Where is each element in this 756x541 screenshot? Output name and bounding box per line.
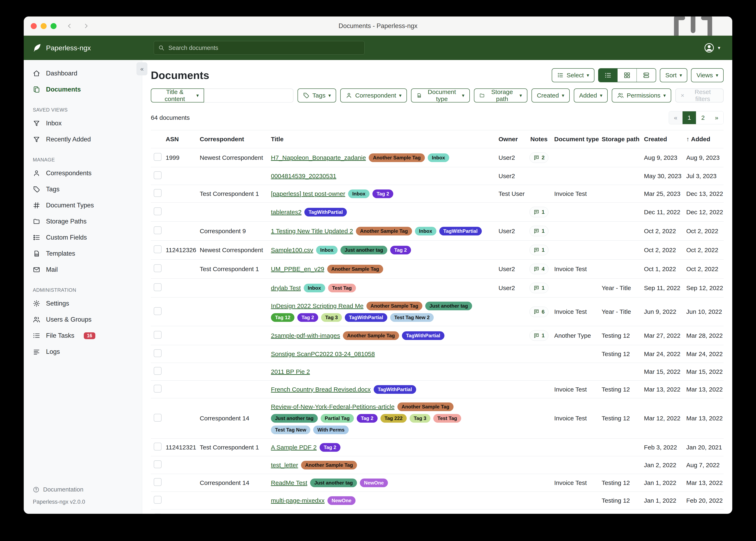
header-storage-path[interactable]: Storage path [599, 130, 641, 148]
document-link[interactable]: UM_PPBE_en_v29 [271, 266, 324, 272]
notes-button[interactable]: 1 [529, 283, 548, 293]
row-checkbox[interactable] [154, 460, 162, 468]
row-checkbox[interactable] [154, 414, 162, 422]
tag-pill[interactable]: Inbox [316, 246, 338, 255]
tag-pill[interactable]: Tag 3 [410, 414, 430, 423]
tag-pill[interactable]: Partial Tag [321, 414, 354, 423]
list-view-button[interactable] [599, 69, 618, 82]
document-link[interactable]: tablerates2 [271, 209, 301, 216]
tag-pill[interactable]: Test Tag [433, 414, 461, 423]
select-button[interactable]: Select▾ [552, 68, 594, 82]
header-document-type[interactable]: Document type [551, 130, 599, 148]
header-owner[interactable]: Owner [496, 130, 527, 148]
tag-pill[interactable]: Just another tag [271, 414, 318, 423]
row-checkbox[interactable] [154, 349, 162, 357]
document-link[interactable]: 0004814539_20230531 [271, 173, 336, 180]
sidebar-item-documents[interactable]: Documents [24, 81, 142, 98]
tag-pill[interactable]: Test Tag New [271, 425, 310, 434]
tag-pill[interactable]: Tag 3 [321, 313, 342, 322]
tag-pill[interactable]: Inbox [415, 227, 436, 236]
document-link[interactable]: French Country Bread Revised.docx [271, 386, 371, 393]
row-checkbox[interactable] [154, 443, 162, 450]
tag-pill[interactable]: Test Tag New 2 [390, 313, 434, 322]
sidebar-item-users-groups[interactable]: Users & Groups [24, 311, 142, 327]
document-link[interactable]: 2sample-pdf-with-images [271, 332, 340, 339]
document-link[interactable]: drylab Test [271, 284, 301, 291]
tag-pill[interactable]: Inbox [304, 284, 325, 292]
views-button[interactable]: Views▾ [691, 68, 724, 82]
tag-pill[interactable]: Tag 2 [297, 313, 318, 322]
filter-tags-button[interactable]: Tags▾ [298, 89, 336, 103]
title-content-dropdown[interactable]: Title & content▾ [151, 89, 204, 103]
tag-pill[interactable]: NewOne [327, 496, 356, 505]
row-checkbox[interactable] [154, 367, 162, 375]
tag-pill[interactable]: Inbox [348, 190, 370, 198]
document-link[interactable]: A Sample PDF 2 [271, 444, 317, 451]
forward-icon[interactable] [83, 22, 90, 30]
sidebar-item-tags[interactable]: Tags [24, 181, 142, 197]
document-link[interactable]: multi-page-mixedxx [271, 497, 325, 504]
filter-permissions-button[interactable]: Permissions▾ [612, 89, 671, 103]
notes-button[interactable]: 1 [529, 330, 548, 341]
document-link[interactable]: 1 Testing New Title Updated 2 [271, 228, 353, 235]
sidebar-item-inbox[interactable]: Inbox [24, 115, 142, 131]
sidebar-item-recently-added[interactable]: Recently Added [24, 131, 142, 148]
sidebar-item-templates[interactable]: Templates [24, 246, 142, 262]
header-asn[interactable]: ASN [163, 130, 197, 148]
sidebar-item-logs[interactable]: Logs [24, 344, 142, 360]
document-link[interactable]: test_letter [271, 462, 298, 469]
title-content-input[interactable] [204, 89, 293, 103]
pagination-page-2[interactable]: 2 [696, 111, 710, 124]
sidebar-item-document-types[interactable]: Document Types [24, 197, 142, 214]
row-checkbox[interactable] [154, 478, 162, 486]
tag-pill[interactable]: Tag 2 [357, 414, 378, 423]
tag-pill[interactable]: TagWithPartial [345, 313, 387, 322]
sidebar-item-settings[interactable]: Settings [24, 295, 142, 311]
tag-pill[interactable]: Tag 222 [380, 414, 407, 423]
sidebar-item-correspondents[interactable]: Correspondents [24, 165, 142, 181]
notes-button[interactable]: 1 [529, 245, 548, 255]
pagination-prev[interactable]: « [669, 111, 683, 124]
row-checkbox[interactable] [154, 189, 162, 197]
row-checkbox[interactable] [154, 227, 162, 234]
header-created[interactable]: Created [641, 130, 683, 148]
reset-filters-button[interactable]: × Reset filters [675, 89, 724, 103]
document-link[interactable]: Review-of-New-York-Federal-Petitions-art… [271, 403, 395, 410]
filter-correspondent-button[interactable]: Correspondent▾ [340, 89, 407, 103]
tag-pill[interactable]: Tag 2 [390, 246, 411, 255]
documentation-link[interactable]: Documentation [33, 486, 142, 493]
grid-view-button[interactable] [618, 69, 637, 82]
tag-pill[interactable]: TagWithPartial [304, 208, 347, 217]
filter-created-button[interactable]: Created▾ [532, 89, 570, 103]
filter-document-type-button[interactable]: Document type▾ [411, 89, 470, 103]
notes-button[interactable]: 1 [529, 207, 548, 217]
sort-button[interactable]: Sort▾ [660, 68, 687, 82]
notes-button[interactable]: 4 [529, 264, 548, 274]
sidebar-item-file-tasks[interactable]: File Tasks16 [24, 327, 142, 344]
tag-pill[interactable]: Another Sample Tag [369, 153, 425, 162]
tag-pill[interactable]: Test Tag [328, 284, 356, 292]
brand[interactable]: Paperless-ngx [24, 43, 91, 53]
tag-pill[interactable]: Another Sample Tag [356, 227, 412, 236]
header-added[interactable]: ↑Added [683, 130, 724, 148]
tag-pill[interactable]: Just another tag [310, 478, 357, 487]
document-link[interactable]: InDesign 2022 Scripting Read Me [271, 302, 364, 309]
pagination-next[interactable]: » [710, 111, 723, 124]
tag-pill[interactable]: Inbox [428, 153, 449, 162]
notes-button[interactable]: 6 [529, 306, 548, 317]
row-checkbox[interactable] [154, 283, 162, 291]
document-link[interactable]: Sample100.csv [271, 247, 313, 254]
row-checkbox[interactable] [154, 331, 162, 339]
row-checkbox[interactable] [154, 245, 162, 253]
tag-pill[interactable]: TagWithPartial [374, 385, 416, 394]
tag-pill[interactable]: Just another tag [425, 301, 472, 310]
tag-pill[interactable]: NewOne [360, 478, 388, 487]
row-checkbox[interactable] [154, 153, 162, 161]
minimize-window-button[interactable] [41, 23, 47, 29]
account-menu[interactable]: ▾ [704, 42, 732, 53]
sidebar-item-custom-fields[interactable]: Custom Fields [24, 230, 142, 246]
tag-pill[interactable]: Another Sample Tag [327, 265, 383, 273]
filter-storage-path-button[interactable]: Storage path▾ [474, 89, 527, 103]
tag-pill[interactable]: Tag 12 [271, 313, 294, 322]
sidebar-item-dashboard[interactable]: Dashboard [24, 65, 142, 81]
